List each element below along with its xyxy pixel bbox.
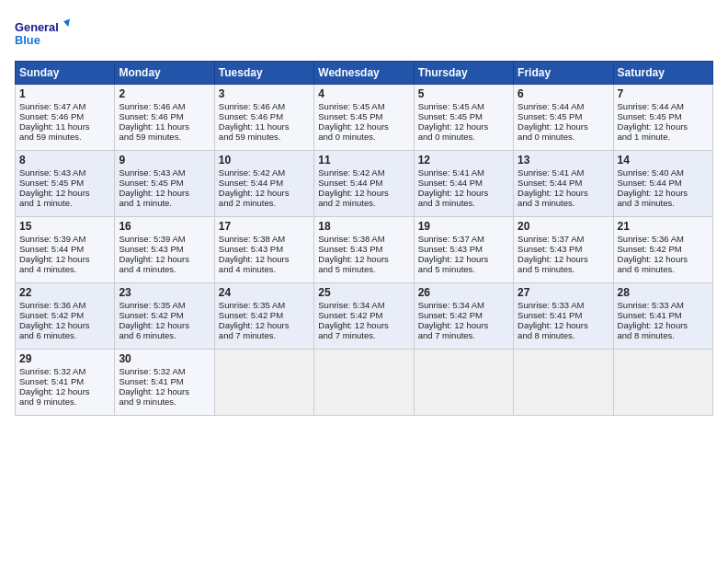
day-info-line: Sunset: 5:43 PM bbox=[518, 244, 609, 254]
day-info-line: Daylight: 12 hours bbox=[119, 254, 210, 264]
day-info-line: and 1 minute. bbox=[119, 198, 210, 208]
day-info-line: Daylight: 12 hours bbox=[518, 254, 609, 264]
day-number: 11 bbox=[318, 154, 409, 167]
day-info-line: and 3 minutes. bbox=[518, 198, 609, 208]
day-cell: 17Sunrise: 5:38 AMSunset: 5:43 PMDayligh… bbox=[214, 217, 313, 283]
svg-marker-2 bbox=[63, 19, 70, 28]
day-info-line: Daylight: 12 hours bbox=[518, 188, 609, 198]
day-cell: 26Sunrise: 5:34 AMSunset: 5:42 PMDayligh… bbox=[414, 283, 513, 350]
logo: General Blue bbox=[15, 15, 70, 52]
day-info-line: Daylight: 12 hours bbox=[418, 320, 509, 330]
day-number: 24 bbox=[219, 286, 310, 299]
day-cell: 7Sunrise: 5:44 AMSunset: 5:45 PMDaylight… bbox=[613, 85, 712, 151]
day-info-line: Daylight: 12 hours bbox=[418, 188, 509, 198]
day-info-line: Sunrise: 5:43 AM bbox=[119, 167, 210, 178]
day-info-line: and 6 minutes. bbox=[19, 330, 110, 340]
day-cell bbox=[214, 350, 313, 416]
day-info-line: and 59 minutes. bbox=[19, 132, 110, 142]
day-info-line: Sunset: 5:44 PM bbox=[318, 178, 409, 188]
day-info-line: Sunrise: 5:37 AM bbox=[518, 234, 609, 244]
day-info-line: Sunrise: 5:32 AM bbox=[119, 366, 210, 376]
day-info-line: and 2 minutes. bbox=[318, 198, 409, 208]
day-info-line: Daylight: 12 hours bbox=[618, 254, 709, 264]
day-info-line: Sunset: 5:45 PM bbox=[418, 111, 509, 121]
day-cell: 21Sunrise: 5:36 AMSunset: 5:42 PMDayligh… bbox=[613, 217, 712, 283]
day-cell: 3Sunrise: 5:46 AMSunset: 5:46 PMDaylight… bbox=[214, 85, 313, 151]
day-info-line: and 7 minutes. bbox=[318, 330, 409, 340]
day-info-line: Daylight: 12 hours bbox=[518, 320, 609, 330]
logo-svg: General Blue bbox=[15, 15, 70, 52]
day-info-line: Sunrise: 5:41 AM bbox=[518, 167, 609, 178]
day-number: 21 bbox=[618, 220, 709, 233]
day-info-line: and 6 minutes. bbox=[618, 264, 709, 274]
day-info-line: Sunrise: 5:39 AM bbox=[19, 234, 110, 244]
day-cell: 2Sunrise: 5:46 AMSunset: 5:46 PMDaylight… bbox=[115, 85, 214, 151]
day-cell: 28Sunrise: 5:33 AMSunset: 5:41 PMDayligh… bbox=[613, 283, 712, 350]
day-info-line: Daylight: 12 hours bbox=[19, 188, 110, 198]
day-info-line: Daylight: 11 hours bbox=[219, 121, 310, 132]
day-number: 27 bbox=[518, 286, 609, 299]
day-info-line: and 1 minute. bbox=[618, 132, 709, 142]
day-info-line: Sunset: 5:41 PM bbox=[119, 376, 210, 386]
day-info-line: Sunset: 5:45 PM bbox=[518, 111, 609, 121]
day-info-line: Sunrise: 5:38 AM bbox=[318, 234, 409, 244]
day-cell: 13Sunrise: 5:41 AMSunset: 5:44 PMDayligh… bbox=[514, 151, 613, 217]
day-info-line: Sunset: 5:44 PM bbox=[618, 178, 709, 188]
day-cell bbox=[514, 350, 613, 416]
day-number: 29 bbox=[19, 352, 110, 365]
day-info-line: Daylight: 12 hours bbox=[119, 320, 210, 330]
day-info-line: Sunset: 5:44 PM bbox=[418, 178, 509, 188]
days-of-week-row: SundayMondayTuesdayWednesdayThursdayFrid… bbox=[16, 62, 713, 85]
day-cell bbox=[314, 350, 414, 416]
day-info-line: Sunset: 5:43 PM bbox=[318, 244, 409, 254]
day-info-line: Sunset: 5:42 PM bbox=[418, 310, 509, 320]
day-info-line: Daylight: 12 hours bbox=[318, 188, 409, 198]
day-info-line: Daylight: 12 hours bbox=[318, 320, 409, 330]
day-number: 1 bbox=[19, 87, 110, 100]
day-info-line: Sunset: 5:42 PM bbox=[19, 310, 110, 320]
day-info-line: Sunset: 5:43 PM bbox=[418, 244, 509, 254]
day-info-line: and 4 minutes. bbox=[219, 264, 310, 274]
day-cell: 6Sunrise: 5:44 AMSunset: 5:45 PMDaylight… bbox=[514, 85, 613, 151]
day-cell: 25Sunrise: 5:34 AMSunset: 5:42 PMDayligh… bbox=[314, 283, 414, 350]
day-info-line: Daylight: 12 hours bbox=[19, 254, 110, 264]
day-cell: 15Sunrise: 5:39 AMSunset: 5:44 PMDayligh… bbox=[16, 217, 115, 283]
day-info-line: Daylight: 11 hours bbox=[19, 121, 110, 132]
day-number: 23 bbox=[119, 286, 210, 299]
day-info-line: and 1 minute. bbox=[19, 198, 110, 208]
day-cell: 30Sunrise: 5:32 AMSunset: 5:41 PMDayligh… bbox=[115, 350, 214, 416]
week-row-5: 29Sunrise: 5:32 AMSunset: 5:41 PMDayligh… bbox=[16, 350, 713, 416]
day-info-line: Sunrise: 5:33 AM bbox=[518, 300, 609, 310]
day-info-line: and 7 minutes. bbox=[219, 330, 310, 340]
day-number: 4 bbox=[318, 87, 409, 100]
day-info-line: Daylight: 12 hours bbox=[618, 188, 709, 198]
day-info-line: Sunrise: 5:47 AM bbox=[19, 101, 110, 111]
day-info-line: Sunset: 5:41 PM bbox=[618, 310, 709, 320]
day-info-line: Sunrise: 5:37 AM bbox=[418, 234, 509, 244]
day-cell: 14Sunrise: 5:40 AMSunset: 5:44 PMDayligh… bbox=[613, 151, 712, 217]
day-cell: 4Sunrise: 5:45 AMSunset: 5:45 PMDaylight… bbox=[314, 85, 414, 151]
day-info-line: Daylight: 12 hours bbox=[219, 254, 310, 264]
day-number: 18 bbox=[318, 220, 409, 233]
day-info-line: Sunset: 5:44 PM bbox=[219, 178, 310, 188]
day-info-line: and 59 minutes. bbox=[219, 132, 310, 142]
day-info-line: Daylight: 12 hours bbox=[219, 320, 310, 330]
day-info-line: Daylight: 12 hours bbox=[518, 121, 609, 132]
day-info-line: Sunrise: 5:38 AM bbox=[219, 234, 310, 244]
day-info-line: Sunrise: 5:46 AM bbox=[219, 101, 310, 111]
dow-tuesday: Tuesday bbox=[214, 62, 313, 85]
day-cell: 11Sunrise: 5:42 AMSunset: 5:44 PMDayligh… bbox=[314, 151, 414, 217]
dow-saturday: Saturday bbox=[613, 62, 712, 85]
day-info-line: and 9 minutes. bbox=[119, 396, 210, 407]
day-cell: 9Sunrise: 5:43 AMSunset: 5:45 PMDaylight… bbox=[115, 151, 214, 217]
week-row-3: 15Sunrise: 5:39 AMSunset: 5:44 PMDayligh… bbox=[16, 217, 713, 283]
day-number: 8 bbox=[19, 154, 110, 167]
day-info-line: Daylight: 11 hours bbox=[119, 121, 210, 132]
day-info-line: Daylight: 12 hours bbox=[119, 386, 210, 396]
day-info-line: Sunset: 5:46 PM bbox=[19, 111, 110, 121]
day-info-line: Sunrise: 5:43 AM bbox=[19, 167, 110, 178]
day-info-line: Sunset: 5:42 PM bbox=[219, 310, 310, 320]
day-info-line: Sunset: 5:46 PM bbox=[119, 111, 210, 121]
day-info-line: Sunrise: 5:35 AM bbox=[219, 300, 310, 310]
day-info-line: and 6 minutes. bbox=[119, 330, 210, 340]
